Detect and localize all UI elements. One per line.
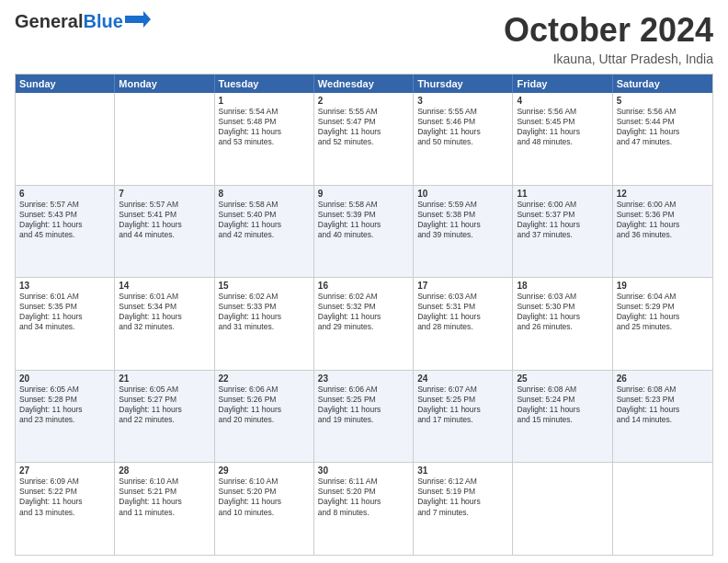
cell-text: Sunrise: 5:55 AM Sunset: 5:46 PM Dayligh… [417,107,508,147]
cal-cell: 29Sunrise: 6:10 AM Sunset: 5:20 PM Dayli… [215,463,314,555]
day-number: 7 [119,189,210,199]
cell-text: Sunrise: 6:11 AM Sunset: 5:20 PM Dayligh… [318,477,409,517]
cell-text: Sunrise: 6:10 AM Sunset: 5:20 PM Dayligh… [219,477,310,517]
cell-text: Sunrise: 5:56 AM Sunset: 5:44 PM Dayligh… [617,107,709,147]
cal-cell: 12Sunrise: 6:00 AM Sunset: 5:36 PM Dayli… [613,186,712,278]
cell-text: Sunrise: 6:10 AM Sunset: 5:21 PM Dayligh… [119,477,210,517]
cal-header-cell: Wednesday [314,75,414,93]
cal-row: 20Sunrise: 6:05 AM Sunset: 5:28 PM Dayli… [16,370,712,463]
cell-text: Sunrise: 6:09 AM Sunset: 5:22 PM Dayligh… [19,477,110,517]
cal-header-cell: Tuesday [215,75,314,93]
day-number: 15 [219,281,310,291]
cell-text: Sunrise: 6:12 AM Sunset: 5:19 PM Dayligh… [417,477,508,517]
cal-cell: 18Sunrise: 6:03 AM Sunset: 5:30 PM Dayli… [513,278,612,370]
logo-icon [125,11,151,28]
day-number: 10 [417,189,508,199]
day-number: 20 [19,373,110,384]
day-number: 21 [119,373,210,384]
cal-cell [613,463,712,555]
cal-cell: 1Sunrise: 5:54 AM Sunset: 5:48 PM Daylig… [215,93,314,185]
cell-text: Sunrise: 5:56 AM Sunset: 5:45 PM Dayligh… [517,107,608,147]
cal-header-cell: Monday [115,75,214,93]
cell-text: Sunrise: 6:08 AM Sunset: 5:24 PM Dayligh… [517,385,608,425]
day-number: 25 [517,373,608,384]
cal-cell: 30Sunrise: 6:11 AM Sunset: 5:20 PM Dayli… [314,463,414,555]
cal-cell: 15Sunrise: 6:02 AM Sunset: 5:33 PM Dayli… [215,278,314,370]
cell-text: Sunrise: 6:00 AM Sunset: 5:37 PM Dayligh… [517,200,608,240]
cal-cell: 19Sunrise: 6:04 AM Sunset: 5:29 PM Dayli… [613,278,712,370]
cal-row: 1Sunrise: 5:54 AM Sunset: 5:48 PM Daylig… [16,93,712,185]
month-title: October 2024 [504,11,713,50]
day-number: 31 [417,465,508,476]
day-number: 13 [19,281,110,291]
cell-text: Sunrise: 5:57 AM Sunset: 5:43 PM Dayligh… [19,200,110,240]
day-number: 29 [219,465,310,476]
day-number: 30 [318,465,409,476]
day-number: 26 [617,373,709,384]
cell-text: Sunrise: 6:04 AM Sunset: 5:29 PM Dayligh… [617,292,709,332]
cell-text: Sunrise: 6:03 AM Sunset: 5:30 PM Dayligh… [517,292,608,332]
cal-cell: 6Sunrise: 5:57 AM Sunset: 5:43 PM Daylig… [16,186,115,278]
day-number: 19 [617,281,709,291]
logo-text: GeneralBlue [15,11,123,31]
cell-text: Sunrise: 6:00 AM Sunset: 5:36 PM Dayligh… [617,200,709,240]
cal-cell: 16Sunrise: 6:02 AM Sunset: 5:32 PM Dayli… [314,278,414,370]
cell-text: Sunrise: 5:57 AM Sunset: 5:41 PM Dayligh… [119,200,210,240]
cal-cell: 14Sunrise: 6:01 AM Sunset: 5:34 PM Dayli… [115,278,214,370]
cal-cell: 20Sunrise: 6:05 AM Sunset: 5:28 PM Dayli… [16,371,115,463]
page: GeneralBlue October 2024 Ikauna, Uttar P… [0,0,728,563]
day-number: 17 [417,281,508,291]
cell-text: Sunrise: 6:05 AM Sunset: 5:28 PM Dayligh… [19,385,110,425]
day-number: 2 [318,96,409,106]
cell-text: Sunrise: 6:06 AM Sunset: 5:25 PM Dayligh… [318,385,409,425]
day-number: 9 [318,189,409,199]
cal-cell: 4Sunrise: 5:56 AM Sunset: 5:45 PM Daylig… [513,93,612,185]
cell-text: Sunrise: 6:07 AM Sunset: 5:25 PM Dayligh… [417,385,508,425]
cal-cell: 2Sunrise: 5:55 AM Sunset: 5:47 PM Daylig… [314,93,414,185]
cal-cell: 5Sunrise: 5:56 AM Sunset: 5:44 PM Daylig… [613,93,712,185]
cal-cell: 26Sunrise: 6:08 AM Sunset: 5:23 PM Dayli… [613,371,712,463]
day-number: 5 [617,96,709,106]
day-number: 3 [417,96,508,106]
cal-row: 6Sunrise: 5:57 AM Sunset: 5:43 PM Daylig… [16,185,712,278]
day-number: 22 [219,373,310,384]
day-number: 8 [219,189,310,199]
cal-cell [16,93,115,185]
day-number: 14 [119,281,210,291]
title-block: October 2024 Ikauna, Uttar Pradesh, Indi… [504,11,713,66]
cal-header-cell: Saturday [613,75,712,93]
cell-text: Sunrise: 6:02 AM Sunset: 5:32 PM Dayligh… [318,292,409,332]
cal-cell: 17Sunrise: 6:03 AM Sunset: 5:31 PM Dayli… [414,278,513,370]
cell-text: Sunrise: 5:58 AM Sunset: 5:39 PM Dayligh… [318,200,409,240]
day-number: 6 [19,189,110,199]
cal-cell: 21Sunrise: 6:05 AM Sunset: 5:27 PM Dayli… [115,371,214,463]
cal-header-cell: Friday [513,75,612,93]
cell-text: Sunrise: 6:01 AM Sunset: 5:34 PM Dayligh… [119,292,210,332]
cal-row: 13Sunrise: 6:01 AM Sunset: 5:35 PM Dayli… [16,277,712,370]
cell-text: Sunrise: 6:05 AM Sunset: 5:27 PM Dayligh… [119,385,210,425]
cell-text: Sunrise: 6:01 AM Sunset: 5:35 PM Dayligh… [19,292,110,332]
day-number: 16 [318,281,409,291]
day-number: 23 [318,373,409,384]
cal-cell [513,463,612,555]
day-number: 28 [119,465,210,476]
cal-cell: 8Sunrise: 5:58 AM Sunset: 5:40 PM Daylig… [215,186,314,278]
cal-cell: 31Sunrise: 6:12 AM Sunset: 5:19 PM Dayli… [414,463,513,555]
cal-cell: 11Sunrise: 6:00 AM Sunset: 5:37 PM Dayli… [513,186,612,278]
cal-header-cell: Sunday [16,75,115,93]
logo: GeneralBlue [15,11,151,31]
cell-text: Sunrise: 5:54 AM Sunset: 5:48 PM Dayligh… [219,107,310,147]
cell-text: Sunrise: 6:02 AM Sunset: 5:33 PM Dayligh… [219,292,310,332]
calendar-body: 1Sunrise: 5:54 AM Sunset: 5:48 PM Daylig… [16,93,712,555]
day-number: 4 [517,96,608,106]
cal-cell: 24Sunrise: 6:07 AM Sunset: 5:25 PM Dayli… [414,371,513,463]
cal-cell: 23Sunrise: 6:06 AM Sunset: 5:25 PM Dayli… [314,371,414,463]
calendar-header: SundayMondayTuesdayWednesdayThursdayFrid… [16,75,712,93]
cal-cell: 22Sunrise: 6:06 AM Sunset: 5:26 PM Dayli… [215,371,314,463]
cal-cell [115,93,214,185]
cal-cell: 27Sunrise: 6:09 AM Sunset: 5:22 PM Dayli… [16,463,115,555]
cell-text: Sunrise: 5:59 AM Sunset: 5:38 PM Dayligh… [417,200,508,240]
cal-cell: 10Sunrise: 5:59 AM Sunset: 5:38 PM Dayli… [414,186,513,278]
day-number: 12 [617,189,709,199]
day-number: 27 [19,465,110,476]
